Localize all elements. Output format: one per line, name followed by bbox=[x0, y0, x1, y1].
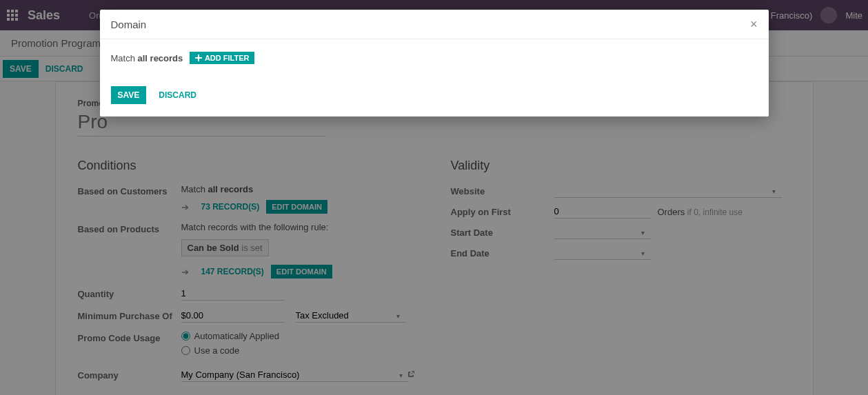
add-filter-button[interactable]: Add Filter bbox=[190, 52, 255, 64]
plus-icon bbox=[195, 54, 202, 61]
domain-modal: Domain × Match all records Add Filter Sa… bbox=[100, 10, 769, 117]
modal-match-text: Match all records bbox=[111, 53, 185, 63]
modal-close-button[interactable]: × bbox=[750, 18, 758, 30]
modal-overlay: Domain × Match all records Add Filter Sa… bbox=[0, 0, 868, 395]
modal-title: Domain bbox=[111, 19, 147, 30]
modal-save-button[interactable]: Save bbox=[111, 86, 147, 104]
modal-discard-button[interactable]: Discard bbox=[152, 86, 203, 104]
